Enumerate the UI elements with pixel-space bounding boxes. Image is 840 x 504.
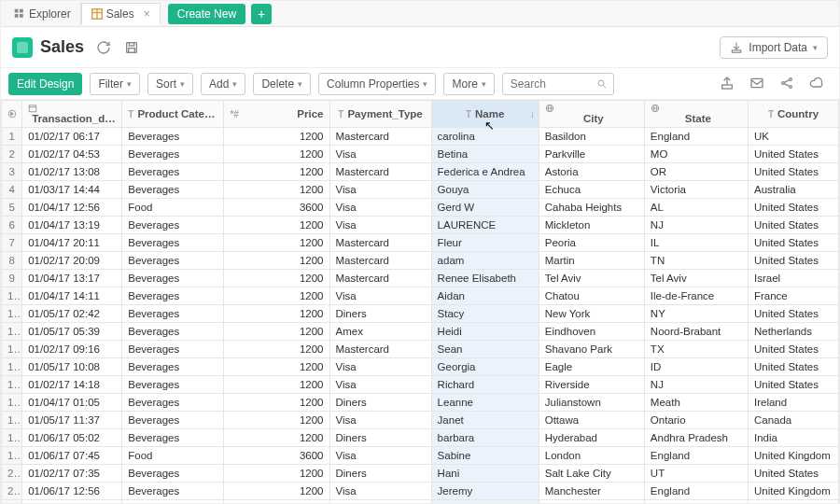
column-header-row[interactable]: [2, 101, 22, 128]
column-header-name[interactable]: TName↓: [431, 101, 539, 128]
cell-row[interactable]: 13: [2, 341, 22, 358]
cell-city[interactable]: Ballynora: [539, 500, 644, 505]
data-grid[interactable]: Transaction_dateTProduct Category*#Price…: [1, 100, 839, 504]
cell-product_category[interactable]: Beverages: [122, 217, 224, 234]
cell-city[interactable]: Cahaba Heights: [539, 199, 644, 217]
tab-explorer[interactable]: Explorer: [5, 3, 81, 25]
create-new-button[interactable]: Create New: [168, 4, 245, 24]
cell-city[interactable]: Peoria: [539, 234, 644, 252]
cell-name[interactable]: Sabine: [431, 447, 539, 465]
cell-name[interactable]: Janet: [431, 412, 539, 429]
table-row[interactable]: 901/04/17 13:17Beverages1200MastercardRe…: [2, 270, 839, 287]
cell-country[interactable]: United States: [748, 234, 838, 252]
cell-row[interactable]: 20: [2, 465, 22, 483]
cell-country[interactable]: Ireland: [748, 500, 838, 505]
cell-city[interactable]: Ottawa: [539, 412, 644, 429]
cell-transaction_date[interactable]: 01/02/17 07:35: [22, 465, 122, 483]
cell-row[interactable]: 10: [2, 287, 22, 305]
filter-button[interactable]: Filter▾: [90, 73, 140, 95]
column-properties-button[interactable]: Column Properties▾: [318, 73, 436, 95]
cell-city[interactable]: Salt Lake City: [539, 465, 644, 483]
cell-product_category[interactable]: Beverages: [122, 163, 224, 181]
cell-transaction_date[interactable]: 01/06/17 05:02: [22, 429, 122, 447]
cell-transaction_date[interactable]: 01/04/17 13:19: [22, 217, 122, 234]
tab-sales[interactable]: Sales ×: [81, 3, 161, 25]
search-input[interactable]: [509, 77, 596, 91]
cell-transaction_date[interactable]: 01/04/17 14:11: [22, 287, 122, 305]
cell-state[interactable]: England: [644, 128, 748, 146]
delete-button[interactable]: Delete▾: [253, 73, 311, 95]
cell-price[interactable]: 1200: [224, 163, 329, 181]
cell-payment_type[interactable]: Visa: [329, 376, 431, 394]
cell-row[interactable]: 9: [2, 270, 22, 287]
cell-name[interactable]: Leanne: [431, 394, 539, 412]
cell-country[interactable]: France: [748, 287, 838, 305]
tab-close-icon[interactable]: ×: [144, 7, 150, 21]
cell-country[interactable]: United Kingdom: [748, 483, 838, 500]
cell-country[interactable]: Canada: [748, 412, 838, 429]
cell-city[interactable]: Riverside: [539, 376, 644, 394]
cell-transaction_date[interactable]: 01/02/17 06:17: [22, 128, 122, 146]
cell-price[interactable]: 1200: [224, 500, 329, 505]
cell-payment_type[interactable]: Mastercard: [329, 234, 431, 252]
cell-row[interactable]: 16: [2, 394, 22, 412]
cell-payment_type[interactable]: Diners: [329, 429, 431, 447]
cell-city[interactable]: Chatou: [539, 287, 644, 305]
column-header-transaction_date[interactable]: Transaction_date: [22, 101, 122, 128]
cell-payment_type[interactable]: Mastercard: [329, 252, 431, 270]
cell-transaction_date[interactable]: 01/02/17 13:08: [22, 163, 122, 181]
cell-product_category[interactable]: Beverages: [122, 429, 224, 447]
cell-product_category[interactable]: Beverages: [122, 358, 224, 376]
cell-state[interactable]: NJ: [644, 217, 748, 234]
column-header-product_category[interactable]: TProduct Category: [122, 101, 224, 128]
cell-price[interactable]: 1200: [224, 287, 329, 305]
cell-city[interactable]: Martin: [539, 252, 644, 270]
cell-row[interactable]: 8: [2, 252, 22, 270]
cell-row[interactable]: 6: [2, 217, 22, 234]
cell-country[interactable]: United Kingdom: [748, 447, 838, 465]
cell-state[interactable]: NY: [644, 305, 748, 323]
edit-design-button[interactable]: Edit Design: [8, 73, 82, 95]
cell-name[interactable]: Gerd W: [431, 199, 539, 217]
cell-state[interactable]: Ile-de-France: [644, 287, 748, 305]
table-row[interactable]: 2001/02/17 07:35Beverages1200DinersHaniS…: [2, 465, 839, 483]
cell-name[interactable]: Janis: [431, 500, 539, 505]
cell-product_category[interactable]: Beverages: [122, 376, 224, 394]
table-row[interactable]: 1801/06/17 05:02Beverages1200Dinersbarba…: [2, 429, 839, 447]
cloud-icon[interactable]: [809, 76, 826, 92]
cell-payment_type[interactable]: Visa: [329, 146, 431, 163]
cell-country[interactable]: United States: [748, 217, 838, 234]
search-input-wrap[interactable]: [502, 73, 614, 95]
cell-price[interactable]: 1200: [224, 217, 329, 234]
cell-product_category[interactable]: Beverages: [122, 483, 224, 500]
cell-payment_type[interactable]: Visa: [329, 447, 431, 465]
cell-payment_type[interactable]: Mastercard: [329, 128, 431, 146]
cell-country[interactable]: United States: [748, 358, 838, 376]
cell-row[interactable]: 15: [2, 376, 22, 394]
cell-payment_type[interactable]: Visa: [329, 181, 431, 199]
cell-transaction_date[interactable]: 01/05/17 10:08: [22, 358, 122, 376]
table-row[interactable]: 1501/02/17 14:18Beverages1200VisaRichard…: [2, 376, 839, 394]
cell-transaction_date[interactable]: 01/05/17 11:37: [22, 412, 122, 429]
cell-transaction_date[interactable]: 01/05/17 05:39: [22, 323, 122, 341]
export-icon[interactable]: [720, 76, 736, 92]
cell-name[interactable]: LAURENCE: [431, 217, 539, 234]
cell-price[interactable]: 1200: [224, 270, 329, 287]
cell-product_category[interactable]: Beverages: [122, 305, 224, 323]
cell-payment_type[interactable]: Amex: [329, 323, 431, 341]
cell-transaction_date[interactable]: 01/04/17 13:17: [22, 270, 122, 287]
cell-city[interactable]: London: [539, 447, 644, 465]
cell-state[interactable]: TX: [644, 341, 748, 358]
cell-country[interactable]: UK: [748, 128, 838, 146]
column-header-payment_type[interactable]: TPayment_Type: [329, 101, 431, 128]
cell-country[interactable]: Ireland: [748, 394, 838, 412]
cell-name[interactable]: Heidi: [431, 323, 539, 341]
cell-country[interactable]: United States: [748, 341, 838, 358]
cell-price[interactable]: 3600: [224, 199, 329, 217]
cell-price[interactable]: 1200: [224, 376, 329, 394]
cell-name[interactable]: barbara: [431, 429, 539, 447]
cell-state[interactable]: Victoria: [644, 181, 748, 199]
cell-state[interactable]: IL: [644, 234, 748, 252]
table-row[interactable]: 1201/05/17 05:39Beverages1200AmexHeidiEi…: [2, 323, 839, 341]
add-button[interactable]: Add▾: [201, 73, 245, 95]
